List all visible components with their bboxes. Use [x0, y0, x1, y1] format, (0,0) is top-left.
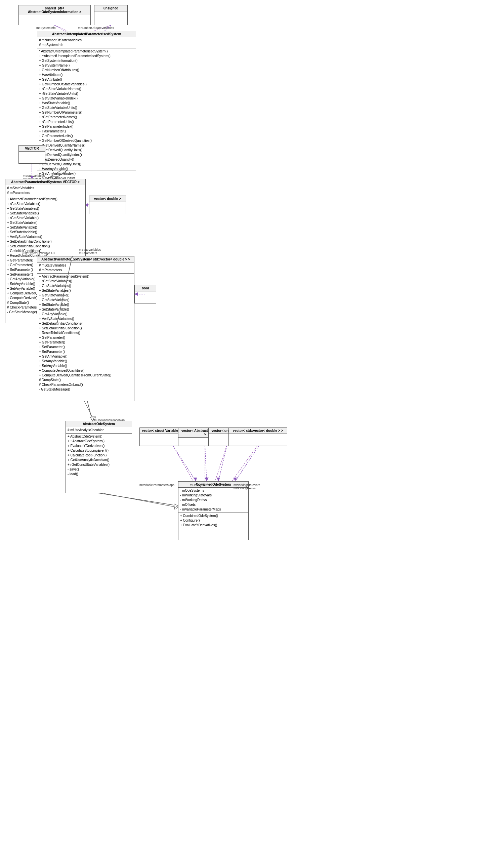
method-item: + GetStateVariable()	[39, 298, 132, 302]
unsigned-box: unsigned	[94, 5, 128, 25]
method-item: + GetUseAnalyticJacobian()	[68, 458, 130, 462]
unsigned-title: unsigned	[94, 5, 127, 12]
abstract-ode-box: AbstractOdeSystem # mUseAnalyticJacobian…	[66, 421, 132, 493]
abstract-parameterised-std-fields: # mStateVariables # mParameters	[37, 263, 134, 273]
field-item: - mVariableParameterMaps	[180, 507, 247, 512]
svg-line-41	[235, 446, 259, 481]
method-item: + rGetStateVariableNames()	[39, 87, 134, 91]
m-number-label: mNumberOfStateVariables	[78, 26, 114, 30]
vector-double-label: < std::vector< double > >	[22, 251, 55, 255]
svg-line-19	[54, 25, 66, 31]
method-item: - save()	[68, 467, 130, 472]
svg-line-11	[173, 445, 193, 481]
method-item: + Configure()	[180, 518, 247, 523]
vec-std-double-box: vector< std::vector< double > >	[229, 428, 287, 446]
method-item: + SetAnyVariable()	[39, 359, 132, 364]
mp-system-info-label: mpSystemInfo	[36, 26, 56, 30]
method-item: + SetParameter()	[39, 345, 132, 350]
method-item: + GetDerivedQuantityIndex()	[39, 153, 134, 157]
method-item: + SetStateVariable()	[39, 302, 132, 307]
method-item: + GetStateVariables()	[7, 206, 84, 211]
method-item: + ~AbstractUntemplatedParameterisedSyste…	[39, 54, 134, 58]
method-item: + GetSystemInformation()	[39, 58, 134, 63]
svg-marker-40	[217, 478, 220, 481]
method-item: + CalculateStoppingEvent()	[68, 448, 130, 453]
shared-ptr-box: shared_ptr< AbstractOdeSystemInformation…	[18, 5, 91, 25]
method-item: + SetStateVariables()	[7, 211, 84, 216]
method-item: + EvaluateYDerivatives()	[68, 444, 130, 448]
svg-line-0	[54, 25, 67, 31]
combined-ode-box: CombinedOdeSystem - mOdeSystems - mWorki…	[178, 481, 249, 540]
method-item: + HasParameter()	[39, 129, 134, 134]
abstract-parameterised-std-methods: + AbstractParameterisedSystem() + rGetSt…	[37, 273, 134, 393]
svg-marker-24	[86, 203, 88, 207]
svg-marker-42	[234, 478, 237, 481]
abstract-ode-title: AbstractOdeSystem	[66, 421, 132, 427]
method-item: + GetStateVariableUnits()	[39, 106, 134, 110]
bool-box: bool	[134, 285, 156, 303]
method-item: + ComputeDerivedQuantities()	[39, 368, 132, 373]
svg-marker-16	[174, 506, 178, 510]
field-item: - mWorkingStateVars	[180, 493, 247, 498]
abstract-ode-methods: + AbstractOdeSystem() + ~AbstractOdeSyst…	[66, 433, 132, 477]
vec-std-double-title: vector< std::vector< double > >	[229, 428, 287, 434]
svg-line-15	[98, 492, 178, 507]
method-item: + VerifyStateVariables()	[39, 317, 132, 321]
abstract-parameterised-title: AbstractParameterisedSystem< VECTOR >	[5, 179, 85, 185]
method-item: + GetParameterIndex()	[39, 124, 134, 129]
svg-line-35	[173, 446, 196, 481]
method-item: + GetAnyVariable()	[39, 354, 132, 359]
shared-ptr-title: shared_ptr< AbstractOdeSystemInformation…	[19, 5, 90, 15]
method-item: # DumpState()	[39, 378, 132, 382]
method-item: + GetStateVariableIndex()	[39, 96, 134, 101]
method-item: + SetStateVariable()	[7, 230, 84, 235]
svg-line-33	[98, 493, 178, 506]
method-item: + HasStateVariable()	[39, 101, 134, 106]
m-offsets-label: mOffsets	[218, 483, 230, 487]
svg-marker-36	[194, 478, 197, 481]
field-item: - mOffsets	[180, 502, 247, 507]
field-item: # mStateVariables	[39, 263, 132, 268]
method-item: - GetStateMessage()	[39, 387, 132, 392]
method-item: + GetStateVariable()	[39, 293, 132, 298]
abstract-untemplated-box: AbstractUntemplatedParameterisedSystem #…	[37, 31, 136, 171]
method-item: + rGetParameterNames()	[39, 115, 134, 120]
svg-line-13	[215, 445, 227, 481]
method-item: + SetDefaultInitialConditions()	[39, 321, 132, 326]
svg-line-37	[205, 446, 206, 481]
method-item: + CombinedOdeSystem()	[180, 514, 247, 518]
method-item: + EvaluateYDerivatives()	[180, 523, 247, 528]
method-item: + SetStateVariable()	[39, 307, 132, 312]
abstract-parameterised-fields: # mStateVariables # mParameters	[5, 185, 85, 196]
combined-ode-methods: + CombinedOdeSystem() + Configure() + Ev…	[178, 513, 248, 528]
method-item: + SetDefaultInitialCondition()	[39, 326, 132, 331]
method-item: + GetParameterUnits()	[39, 134, 134, 139]
method-item: + GetNumberOfDerivedQuantities()	[39, 139, 134, 143]
method-item: + GetNumberOfStateVariables()	[39, 82, 134, 87]
method-item: + rGetConstStateVariables()	[68, 462, 130, 467]
diagram-container: shared_ptr< AbstractOdeSystemInformation…	[0, 0, 504, 856]
method-item: + HasAnyVariable()	[39, 167, 134, 172]
method-item: + GetAttribute()	[39, 77, 134, 82]
state-vars-label-2: mStateVariablesmParameters	[79, 248, 101, 255]
method-item: + ComputeDerivedQuantitiesFromCurrentSta…	[39, 373, 132, 378]
field-item: - mWorkingDerivs	[180, 498, 247, 502]
method-item: + SetStateVariables()	[39, 288, 132, 293]
field-item: # mNumberOfStateVariables	[39, 38, 134, 43]
combined-ode-fields: - mOdeSystems - mWorkingStateVars - mWor…	[178, 488, 248, 513]
abstract-untemplated-title: AbstractUntemplatedParameterisedSystem	[37, 31, 136, 37]
method-item: + GetAnyVariableIndex()	[39, 172, 134, 176]
method-item: + rGetDerivedQuantityNames()	[39, 143, 134, 148]
method-item: + ResetToInitialConditions()	[39, 331, 132, 335]
method-item: + GetSystemName()	[39, 63, 134, 68]
svg-line-39	[218, 446, 227, 481]
field-item: # mStateVariables	[7, 186, 84, 191]
method-item: + rGetStateVariables()	[7, 202, 84, 206]
method-item: + GetParameter()	[39, 335, 132, 340]
method-item: + GetParameter()	[39, 340, 132, 345]
vector-double-title: vector< double >	[89, 196, 126, 202]
vector-title: VECTOR	[19, 145, 45, 151]
vector-double-box: vector< double >	[89, 196, 126, 214]
field-item: # mParameters	[39, 268, 132, 272]
method-item: + AbstractParameterisedSystem()	[39, 274, 132, 279]
